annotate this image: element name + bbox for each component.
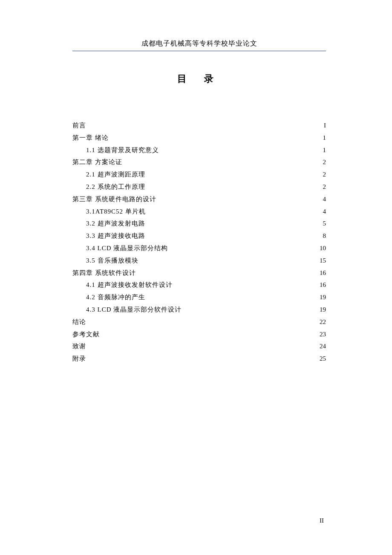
- toc-entry-title: 结论: [72, 316, 86, 328]
- toc-entry-title: 4.2 音频脉冲的产生: [72, 291, 145, 304]
- toc-row: 2.1 超声波测距原理2: [72, 168, 326, 181]
- toc-entry-page: I: [317, 119, 326, 132]
- toc-entry-page: 10: [317, 242, 326, 254]
- toc-entry-page: 23: [317, 328, 326, 341]
- toc-entry-title: 第三章 系统硬件电路的设计: [72, 193, 156, 205]
- toc-entry-title: 前言: [72, 119, 86, 132]
- toc-entry-page: 2: [317, 156, 326, 168]
- toc-row: 第三章 系统硬件电路的设计4: [72, 193, 326, 205]
- toc-entry-title: 附录: [72, 353, 86, 365]
- toc-entry-title: 1.1 选题背景及研究意义: [72, 144, 159, 156]
- toc-entry-page: 1: [317, 144, 326, 156]
- toc-row: 结论22: [72, 316, 326, 328]
- toc-row: 4.2 音频脉冲的产生19: [72, 291, 326, 304]
- toc-row: 2.2 系统的工作原理2: [72, 181, 326, 193]
- toc-row: 致谢24: [72, 340, 326, 353]
- toc-entry-title: 参考文献: [72, 328, 100, 341]
- toc-row: 参考文献23: [72, 328, 326, 341]
- toc-entry-title: 致谢: [72, 340, 86, 353]
- toc-entry-title: 第一章 绪论: [72, 132, 109, 144]
- toc-title: 目 录: [72, 72, 326, 85]
- toc-entry-page: 22: [317, 316, 326, 328]
- toc-row: 第二章 方案论证2: [72, 156, 326, 168]
- toc-row: 前言I: [72, 119, 326, 132]
- toc-entry-title: 第二章 方案论证: [72, 156, 122, 168]
- toc-row: 3.2 超声波发射电路5: [72, 217, 326, 230]
- toc-entry-page: 2: [317, 168, 326, 181]
- toc-row: 第一章 绪论1: [72, 132, 326, 144]
- toc-row: 4.3 LCD 液晶显示部分软件设计19: [72, 304, 326, 316]
- toc-entry-page: 2: [317, 181, 326, 193]
- toc-entry-page: 19: [317, 304, 326, 316]
- toc-row: 第四章 系统软件设计16: [72, 267, 326, 279]
- toc-entry-page: 1: [317, 132, 326, 144]
- toc-row: 3.1AT89C52 单片机4: [72, 205, 326, 218]
- toc-entry-title: 3.2 超声波发射电路: [72, 217, 145, 230]
- toc-entry-title: 2.2 系统的工作原理: [72, 181, 145, 193]
- page-header: 成都电子机械高等专科学校毕业论文: [72, 39, 326, 51]
- toc-row: 4.1 超声波接收发射软件设计16: [72, 279, 326, 291]
- toc-row: 3.3 超声波接收电路8: [72, 230, 326, 242]
- toc-body: 前言I第一章 绪论11.1 选题背景及研究意义1第二章 方案论证22.1 超声波…: [72, 119, 326, 365]
- toc-row: 3.4 LCD 液晶显示部分结构10: [72, 242, 326, 254]
- toc-entry-title: 3.5 音乐播放模块: [72, 254, 138, 267]
- toc-row: 1.1 选题背景及研究意义1: [72, 144, 326, 156]
- toc-entry-page: 25: [317, 353, 326, 365]
- toc-entry-title: 4.3 LCD 液晶显示部分软件设计: [72, 304, 182, 316]
- toc-entry-page: 15: [317, 254, 326, 267]
- toc-row: 附录25: [72, 353, 326, 365]
- toc-entry-title: 3.3 超声波接收电路: [72, 230, 145, 242]
- toc-entry-page: 24: [317, 340, 326, 353]
- toc-entry-page: 5: [317, 217, 326, 230]
- toc-entry-title: 3.4 LCD 液晶显示部分结构: [72, 242, 168, 254]
- toc-entry-title: 第四章 系统软件设计: [72, 267, 136, 279]
- toc-entry-page: 8: [317, 230, 326, 242]
- toc-entry-page: 16: [317, 279, 326, 291]
- toc-entry-title: 3.1AT89C52 单片机: [72, 205, 146, 218]
- page-container: 成都电子机械高等专科学校毕业论文 目 录 前言I第一章 绪论11.1 选题背景及…: [0, 0, 392, 555]
- page-number: II: [320, 517, 324, 524]
- header-text: 成都电子机械高等专科学校毕业论文: [141, 40, 257, 47]
- toc-entry-page: 19: [317, 291, 326, 304]
- toc-entry-page: 4: [317, 205, 326, 218]
- toc-entry-page: 4: [317, 193, 326, 205]
- toc-entry-title: 4.1 超声波接收发射软件设计: [72, 279, 173, 291]
- toc-entry-page: 16: [317, 267, 326, 279]
- toc-row: 3.5 音乐播放模块15: [72, 254, 326, 267]
- toc-entry-title: 2.1 超声波测距原理: [72, 168, 145, 181]
